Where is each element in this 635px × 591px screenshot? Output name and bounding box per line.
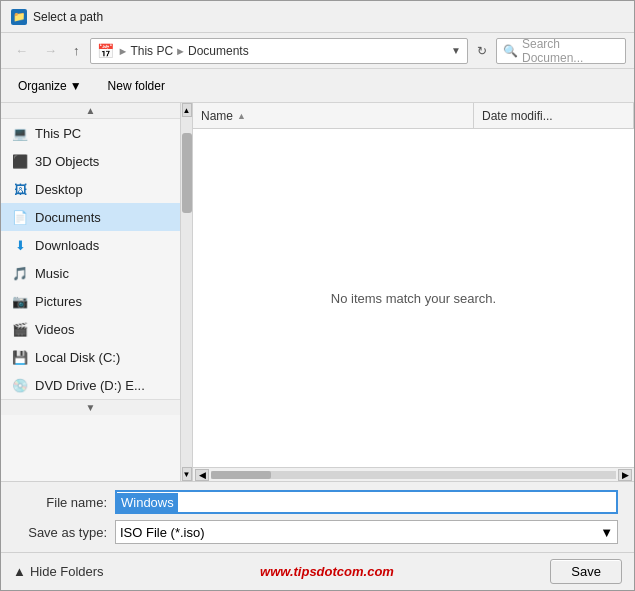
address-bar[interactable]: 📅 ► This PC ► Documents ▼	[90, 38, 469, 64]
sidebar: ▲ 💻 This PC ⬛ 3D Objects 🖼 Desktop 📄 Doc…	[1, 103, 180, 481]
sidebar-item-3d-objects[interactable]: ⬛ 3D Objects	[1, 147, 180, 175]
pictures-icon: 📷	[11, 292, 29, 310]
organize-dropdown-icon: ▼	[70, 79, 82, 93]
sidebar-label-dvd-drive: DVD Drive (D:) E...	[35, 378, 145, 393]
title-bar-icon: 📁	[11, 9, 27, 25]
sidebar-label-3d-objects: 3D Objects	[35, 154, 99, 169]
organize-button[interactable]: Organize ▼	[9, 75, 91, 97]
file-name-label: File name:	[17, 495, 107, 510]
sidebar-item-pictures[interactable]: 📷 Pictures	[1, 287, 180, 315]
this-pc-icon: 💻	[11, 124, 29, 142]
title-bar: 📁 Select a path	[1, 1, 634, 33]
file-name-input-wrapper[interactable]: Windows	[115, 490, 618, 514]
sidebar-label-pictures: Pictures	[35, 294, 82, 309]
h-scroll-thumb[interactable]	[211, 471, 271, 479]
column-date-label: Date modifi...	[482, 109, 553, 123]
search-box: 🔍 Search Documen...	[496, 38, 626, 64]
dvd-icon: 💿	[11, 376, 29, 394]
save-as-type-row: Save as type: ISO File (*.iso) ▼	[17, 520, 618, 544]
crumb-this-pc[interactable]: This PC	[130, 44, 173, 58]
up-button[interactable]: ↑	[67, 39, 86, 62]
sidebar-item-music[interactable]: 🎵 Music	[1, 259, 180, 287]
sidebar-scrollbar[interactable]: ▲ ▼	[180, 103, 192, 481]
sidebar-item-downloads[interactable]: ⬇ Downloads	[1, 231, 180, 259]
file-list-wrapper: Name ▲ Date modifi... No items match you…	[193, 103, 634, 481]
search-icon: 🔍	[503, 44, 518, 58]
downloads-icon: ⬇	[11, 236, 29, 254]
sidebar-scrollbar-thumb[interactable]	[182, 133, 192, 213]
save-as-type-select[interactable]: ISO File (*.iso) ▼	[115, 520, 618, 544]
horizontal-scrollbar: ◀ ▶	[193, 467, 634, 481]
back-button[interactable]: ←	[9, 39, 34, 62]
save-as-type-label: Save as type:	[17, 525, 107, 540]
sidebar-label-music: Music	[35, 266, 69, 281]
bottom-panel: File name: Windows Save as type: ISO Fil…	[1, 481, 634, 552]
sidebar-item-documents[interactable]: 📄 Documents	[1, 203, 180, 231]
disk-icon: 💾	[11, 348, 29, 366]
sidebar-item-local-disk[interactable]: 💾 Local Disk (C:)	[1, 343, 180, 371]
file-list-header: Name ▲ Date modifi...	[193, 103, 634, 129]
sidebar-item-dvd-drive[interactable]: 💿 DVD Drive (D:) E...	[1, 371, 180, 399]
sidebar-scroll-down[interactable]: ▼	[1, 399, 180, 415]
column-name-label: Name	[201, 109, 233, 123]
footer: ▲ Hide Folders www.tipsdotcom.com Save	[1, 552, 634, 590]
sidebar-label-documents: Documents	[35, 210, 101, 225]
toolbar: ← → ↑ 📅 ► This PC ► Documents ▼ ↻ 🔍 Sear…	[1, 33, 634, 69]
address-breadcrumb: ► This PC ► Documents	[118, 44, 249, 58]
empty-message: No items match your search.	[331, 291, 496, 306]
h-scroll-track[interactable]	[211, 471, 616, 479]
organize-label: Organize	[18, 79, 67, 93]
videos-icon: 🎬	[11, 320, 29, 338]
crumb-documents[interactable]: Documents	[188, 44, 249, 58]
watermark-text: www.tipsdotcom.com	[260, 564, 394, 579]
sidebar-label-videos: Videos	[35, 322, 75, 337]
dialog-window: 📁 Select a path ← → ↑ 📅 ► This PC ► Docu…	[0, 0, 635, 591]
sort-arrow-icon: ▲	[237, 111, 246, 121]
file-name-row: File name: Windows	[17, 490, 618, 514]
action-bar: Organize ▼ New folder	[1, 69, 634, 103]
sidebar-item-desktop[interactable]: 🖼 Desktop	[1, 175, 180, 203]
sidebar-item-videos[interactable]: 🎬 Videos	[1, 315, 180, 343]
forward-button[interactable]: →	[38, 39, 63, 62]
refresh-button[interactable]: ↻	[472, 41, 492, 61]
sidebar-label-desktop: Desktop	[35, 182, 83, 197]
sidebar-scrollbar-up[interactable]: ▲	[182, 103, 192, 117]
column-header-name[interactable]: Name ▲	[193, 103, 474, 128]
documents-icon: 📄	[11, 208, 29, 226]
3d-objects-icon: ⬛	[11, 152, 29, 170]
h-scroll-left-button[interactable]: ◀	[195, 469, 209, 481]
new-folder-label: New folder	[108, 79, 165, 93]
column-header-date[interactable]: Date modifi...	[474, 103, 634, 128]
sidebar-label-local-disk: Local Disk (C:)	[35, 350, 120, 365]
hide-folders-label: Hide Folders	[30, 564, 104, 579]
sidebar-label-this-pc: This PC	[35, 126, 81, 141]
music-icon: 🎵	[11, 264, 29, 282]
sidebar-container: ▲ 💻 This PC ⬛ 3D Objects 🖼 Desktop 📄 Doc…	[1, 103, 193, 481]
h-scroll-right-button[interactable]: ▶	[618, 469, 632, 481]
address-bar-icon: 📅	[97, 43, 114, 59]
address-dropdown-button[interactable]: ▼	[451, 45, 461, 56]
desktop-icon: 🖼	[11, 180, 29, 198]
sidebar-scrollbar-down[interactable]: ▼	[182, 467, 192, 481]
title-bar-text: Select a path	[33, 10, 103, 24]
main-content: ▲ 💻 This PC ⬛ 3D Objects 🖼 Desktop 📄 Doc…	[1, 103, 634, 481]
save-button[interactable]: Save	[550, 559, 622, 584]
hide-folders-button[interactable]: ▲ Hide Folders	[13, 564, 104, 579]
file-name-selected-value: Windows	[117, 493, 178, 512]
sidebar-label-downloads: Downloads	[35, 238, 99, 253]
save-as-type-value: ISO File (*.iso)	[120, 525, 205, 540]
file-list-body: No items match your search.	[193, 129, 634, 467]
new-folder-button[interactable]: New folder	[99, 75, 174, 97]
sidebar-item-this-pc[interactable]: 💻 This PC	[1, 119, 180, 147]
sidebar-scroll-up[interactable]: ▲	[1, 103, 180, 119]
select-dropdown-icon: ▼	[600, 525, 613, 540]
chevron-up-icon: ▲	[13, 564, 26, 579]
search-placeholder: Search Documen...	[522, 37, 619, 65]
